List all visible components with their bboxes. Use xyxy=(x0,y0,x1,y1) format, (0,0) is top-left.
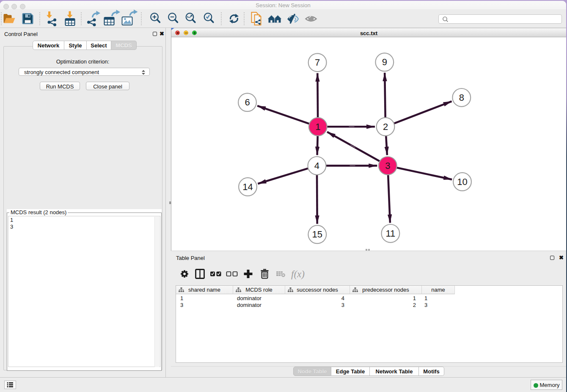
svg-text:11: 11 xyxy=(385,228,395,239)
svg-text:8: 8 xyxy=(459,92,464,103)
svg-text:7: 7 xyxy=(315,57,320,68)
svg-text:14: 14 xyxy=(242,182,253,192)
svg-text:10: 10 xyxy=(457,177,467,187)
svg-text:6: 6 xyxy=(245,97,250,108)
svg-text:1: 1 xyxy=(315,121,320,132)
svg-text:4: 4 xyxy=(314,160,319,171)
svg-text:9: 9 xyxy=(382,57,387,67)
svg-text:3: 3 xyxy=(385,160,390,171)
svg-text:f(x): f(x) xyxy=(291,269,305,279)
svg-text:2: 2 xyxy=(383,121,388,132)
svg-text:15: 15 xyxy=(312,229,322,240)
